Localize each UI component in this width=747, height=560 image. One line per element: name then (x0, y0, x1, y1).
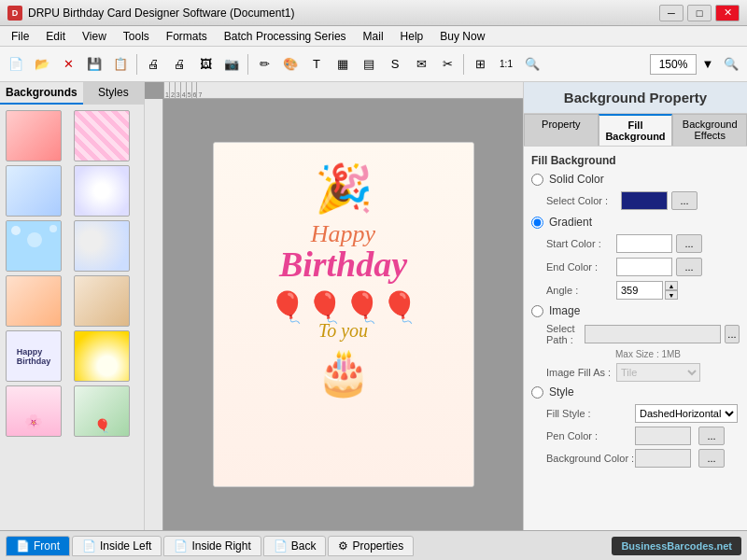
bg-thumb-9[interactable]: HappyBirthday (6, 330, 62, 382)
path-browse[interactable]: ... (725, 325, 740, 343)
path-input[interactable] (585, 325, 721, 343)
bg-thumb-6[interactable] (74, 220, 130, 272)
menu-file[interactable]: File (4, 28, 36, 45)
zoom-input[interactable]: 150% (650, 54, 697, 75)
cake-area: 🎂 (316, 346, 372, 399)
barcode-button[interactable]: ▦ (331, 52, 355, 77)
tab-properties[interactable]: ⚙ Properties (328, 536, 414, 556)
img-button[interactable]: 🖼 (193, 52, 218, 77)
angle-label: Angle : (546, 285, 616, 296)
solid-color-browse[interactable]: ... (671, 191, 698, 210)
bg-thumb-7[interactable] (6, 275, 62, 327)
camera-button[interactable]: 📷 (219, 52, 244, 77)
back-icon: 📄 (274, 539, 288, 553)
fill-button[interactable]: 🎨 (278, 52, 303, 77)
inside-right-icon: 📄 (174, 539, 188, 553)
style-radio[interactable] (531, 386, 543, 399)
tab-inside-right[interactable]: 📄 Inside Right (163, 536, 261, 556)
right-panel: Background Property Property Fill Backgr… (523, 82, 747, 530)
minimize-button[interactable]: ─ (659, 5, 684, 21)
open-button[interactable]: 📂 (30, 52, 54, 77)
pen-color-swatch[interactable] (635, 427, 691, 445)
mail-button[interactable]: ✉ (409, 52, 433, 77)
max-size-text: Max Size : 1MB (531, 349, 740, 359)
zoom-in-button[interactable]: 🔍 (520, 52, 544, 77)
bottom-bar: 📄 Front 📄 Inside Left 📄 Inside Right 📄 B… (0, 530, 747, 560)
print-button[interactable]: 🖨 (141, 52, 165, 77)
solid-color-radio[interactable] (531, 174, 543, 186)
save-button[interactable]: 💾 (82, 52, 106, 77)
bg-thumb-3[interactable] (6, 165, 62, 217)
zoom-dropdown-btn[interactable]: ▼ (700, 52, 715, 77)
new-button[interactable]: 📄 (4, 52, 28, 77)
menu-batch[interactable]: Batch Processing Series (217, 28, 354, 45)
end-color-browse[interactable]: ... (676, 258, 702, 276)
zoom-out-button[interactable]: 🔍 (719, 52, 743, 77)
tab-styles[interactable]: Styles (83, 82, 144, 105)
bg-thumb-1[interactable] (6, 110, 62, 161)
solid-color-row: Solid Color (531, 173, 740, 186)
save-as-button[interactable]: 📋 (108, 52, 133, 77)
end-color-row: End Color : ... (531, 258, 740, 276)
bg-thumb-4[interactable] (74, 165, 130, 217)
bg-thumb-2[interactable] (74, 110, 130, 161)
image-label: Image (549, 304, 580, 317)
app-icon: D (7, 6, 22, 21)
image-radio[interactable] (531, 305, 543, 317)
menu-mail[interactable]: Mail (356, 28, 391, 45)
close-button[interactable]: ✕ (715, 5, 740, 21)
ratio-button[interactable]: 1:1 (494, 52, 518, 77)
ruler-marks: 1 2 3 4 5 6 7 (163, 82, 202, 98)
cut-button[interactable]: ✂ (435, 52, 459, 77)
menu-view[interactable]: View (75, 28, 114, 45)
gradient-radio[interactable] (531, 217, 543, 229)
tab-back[interactable]: 📄 Back (263, 536, 327, 556)
bg-color-swatch[interactable] (635, 449, 691, 468)
shapes-button[interactable]: S (383, 52, 407, 77)
tab-backgrounds[interactable]: Backgrounds (0, 82, 83, 105)
bg-color-browse[interactable]: ... (698, 449, 725, 468)
pen-color-label: Pen Color : (546, 430, 635, 441)
menu-edit[interactable]: Edit (38, 28, 73, 45)
style-row: Style (531, 385, 740, 399)
birthday-card[interactable]: 🎉 Happy Birthday 🎈🎈🎈🎈 To you 🎂 (213, 142, 474, 487)
bg-thumb-5[interactable] (6, 220, 62, 272)
grid-button[interactable]: ⊞ (468, 52, 492, 77)
fill-style-select[interactable]: DashedHorizontal (635, 404, 738, 423)
tab-property[interactable]: Property (524, 114, 599, 146)
menu-buynow[interactable]: Buy Now (432, 28, 492, 45)
solid-color-swatch[interactable] (621, 191, 668, 210)
start-color-swatch[interactable] (616, 234, 672, 253)
toolbar-sep-1 (136, 54, 137, 75)
text-button[interactable]: T (304, 52, 329, 77)
bg-thumb-10[interactable] (74, 330, 130, 382)
tab-background-effects[interactable]: Background Effects (672, 114, 747, 146)
menu-formats[interactable]: Formats (159, 28, 215, 45)
barcode2-button[interactable]: ▤ (357, 52, 381, 77)
end-color-label: End Color : (546, 261, 616, 273)
style-label: Style (549, 385, 574, 399)
image-fill-as-select[interactable]: Tile (616, 363, 700, 382)
menu-tools[interactable]: Tools (116, 28, 157, 45)
tab-inside-left[interactable]: 📄 Inside Left (72, 536, 162, 556)
bg-thumb-12[interactable]: 🎈 (74, 385, 130, 437)
bg-thumb-8[interactable] (74, 275, 130, 327)
tab-front[interactable]: 📄 Front (6, 536, 70, 556)
tab-inside-right-label: Inside Right (191, 539, 250, 553)
print2-button[interactable]: 🖨 (167, 52, 191, 77)
start-color-browse[interactable]: ... (676, 234, 702, 253)
pen-color-browse[interactable]: ... (698, 427, 725, 445)
angle-input[interactable]: 359 (616, 281, 663, 300)
party-hat: 🎉 (315, 161, 373, 216)
angle-down[interactable]: ▼ (665, 290, 678, 300)
maximize-button[interactable]: □ (687, 5, 712, 21)
bg-thumb-11[interactable]: 🌸 (6, 385, 62, 437)
card-content: 🎉 Happy Birthday 🎈🎈🎈🎈 To you 🎂 (214, 143, 473, 486)
brand-text: BusinessBarcodes (621, 540, 713, 552)
end-color-swatch[interactable] (616, 258, 672, 276)
menu-help[interactable]: Help (393, 28, 431, 45)
tab-fill-background[interactable]: Fill Background (599, 114, 673, 146)
angle-up[interactable]: ▲ (665, 281, 678, 290)
delete-button[interactable]: ✕ (56, 52, 80, 77)
pencil-button[interactable]: ✏ (252, 52, 276, 77)
